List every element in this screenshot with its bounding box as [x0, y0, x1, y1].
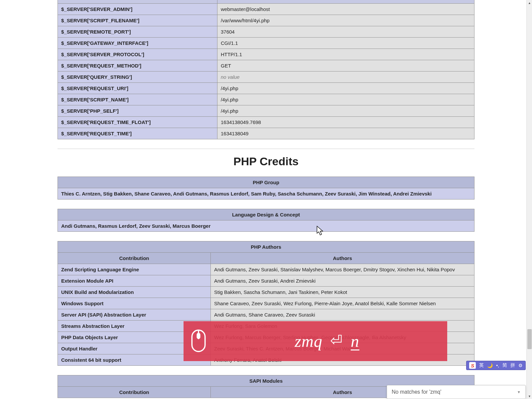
server-var-value: CGI/1.1	[217, 38, 474, 49]
language-design-title: Language Design & Concept	[58, 209, 474, 220]
php-group-title: PHP Group	[58, 177, 474, 188]
server-var-name: $_SERVER['GATEWAY_INTERFACE']	[58, 38, 217, 49]
table-row: Server API (SAPI) Abstraction LayerAndi …	[58, 309, 474, 321]
server-var-name: $_SERVER['REQUEST_TIME']	[58, 128, 217, 139]
table-row: $_SERVER['GATEWAY_INTERFACE']CGI/1.1	[58, 38, 474, 49]
authors-list: Shane Caraveo, Zeev Suraski, Wez Furlong…	[211, 298, 474, 309]
table-row: Extension Module APIAndi Gutmans, Zeev S…	[58, 275, 474, 287]
overlay-n: n	[351, 332, 359, 350]
server-var-value: HTTP/1.1	[217, 49, 474, 60]
contribution-name: Server API (SAPI) Abstraction Layer	[58, 309, 211, 321]
php-authors-title: PHP Authors	[58, 241, 474, 253]
server-var-value: 1634138049.7698	[217, 117, 474, 128]
server-var-name: $_SERVER['REQUEST_URI']	[58, 83, 217, 94]
server-var-name: $_SERVER['QUERY_STRING']	[58, 71, 217, 83]
ime-no-match-msg: No matches for 'zmq'	[392, 389, 441, 395]
ime-jian[interactable]: 简	[502, 362, 507, 368]
authors-list: Andi Gutmans, Shane Caraveo, Zeev Surask…	[211, 309, 474, 321]
server-var-name: $_SERVER['REQUEST_TIME_FLOAT']	[58, 117, 217, 128]
vertical-scrollbar[interactable]: ▲ ▼	[526, 0, 532, 399]
server-var-name: $_SERVER['PHP_SELF']	[58, 105, 217, 117]
table-row: $_SERVER['SERVER_ADMIN']webmaster@localh…	[58, 4, 474, 15]
table-row: $_SERVER['SERVER_PROTOCOL']HTTP/1.1	[58, 49, 474, 60]
server-var-value: /4yi.php	[217, 94, 474, 105]
ime-punct-icon[interactable]: •,	[496, 363, 499, 368]
php-credits-heading: PHP Credits	[58, 155, 474, 168]
language-design-members: Andi Gutmans, Rasmus Lerdorf, Zeev Suras…	[58, 220, 474, 232]
server-var-name: $_SERVER['SCRIPT_NAME']	[58, 94, 217, 105]
gear-icon[interactable]: ⚙	[518, 363, 523, 368]
overlay-zmq: zmq	[295, 332, 323, 350]
table-row: $_SERVER['QUERY_STRING']no value	[58, 71, 474, 83]
authors-list: Andi Gutmans, Zeev Suraski, Andrei Zmiev…	[211, 275, 474, 287]
svg-rect-2	[197, 333, 200, 338]
ime-lang[interactable]: 英	[479, 362, 484, 368]
table-row: Zend Scripting Language EngineAndi Gutma…	[58, 264, 474, 275]
server-var-value: 1634138049	[217, 128, 474, 139]
divider	[58, 149, 474, 149]
contribution-name: Windows Support	[58, 298, 211, 309]
col-authors: Authors	[211, 253, 474, 264]
php-group-members: Thies C. Arntzen, Stig Bakken, Shane Car…	[58, 188, 474, 200]
scroll-up-icon[interactable]: ▲	[527, 0, 532, 6]
col-contribution: Contribution	[58, 253, 211, 264]
col-variable: Variable	[58, 0, 217, 4]
server-var-value: /var/www/html/4yi.php	[217, 15, 474, 26]
contribution-name: UNIX Build and Modularization	[58, 287, 211, 298]
sogou-logo-icon[interactable]: S	[469, 362, 476, 369]
authors-list: Stig Bakken, Sascha Schumann, Jani Taski…	[211, 287, 474, 298]
sapi-col-contribution: Contribution	[58, 387, 211, 398]
server-var-value: GET	[217, 60, 474, 71]
table-row: UNIX Build and ModularizationStig Bakken…	[58, 287, 474, 298]
ime-pin[interactable]: 拼	[510, 362, 515, 368]
server-var-value: /4yi.php	[217, 83, 474, 94]
server-var-name: $_SERVER['SERVER_ADMIN']	[58, 4, 217, 15]
keystroke-overlay: zmq ⏎ n	[184, 321, 447, 361]
server-var-value: no value	[217, 71, 474, 83]
ime-candidate-popup[interactable]: No matches for 'zmq' ▼	[387, 385, 526, 399]
table-row: $_SERVER['SCRIPT_FILENAME']/var/www/html…	[58, 15, 474, 26]
server-var-value: webmaster@localhost	[217, 4, 474, 15]
server-var-name: $_SERVER['SCRIPT_FILENAME']	[58, 15, 217, 26]
contribution-name: Zend Scripting Language Engine	[58, 264, 211, 275]
mouse-icon	[190, 329, 207, 354]
table-row: $_SERVER['REQUEST_TIME']1634138049	[58, 128, 474, 139]
ime-toolbar[interactable]: S 英 🌙 •, 简 拼 ⚙	[466, 361, 526, 370]
server-var-name: $_SERVER['REQUEST_METHOD']	[58, 60, 217, 71]
contribution-name: Extension Module API	[58, 275, 211, 287]
moon-icon[interactable]: 🌙	[487, 363, 493, 368]
col-value: Value	[217, 0, 474, 4]
table-row: $_SERVER['REMOTE_PORT']37604	[58, 26, 474, 38]
server-vars-table: Variable Value $_SERVER['SERVER_ADMIN']w…	[58, 0, 474, 139]
scrollbar-thumb[interactable]	[527, 329, 532, 349]
server-var-name: $_SERVER['SERVER_PROTOCOL']	[58, 49, 217, 60]
table-row: $_SERVER['PHP_SELF']/4yi.php	[58, 105, 474, 117]
server-var-value: 37604	[217, 26, 474, 38]
enter-key-icon: ⏎	[330, 332, 343, 349]
table-row: $_SERVER['REQUEST_METHOD']GET	[58, 60, 474, 71]
table-row: Windows SupportShane Caraveo, Zeev Suras…	[58, 298, 474, 309]
scroll-down-icon[interactable]: ▼	[527, 393, 532, 399]
table-row: $_SERVER['REQUEST_URI']/4yi.php	[58, 83, 474, 94]
php-group-table: PHP Group Thies C. Arntzen, Stig Bakken,…	[58, 177, 474, 200]
table-row: $_SERVER['REQUEST_TIME_FLOAT']1634138049…	[58, 117, 474, 128]
chevron-down-icon[interactable]: ▼	[517, 390, 521, 394]
server-var-value: /4yi.php	[217, 105, 474, 117]
language-design-table: Language Design & Concept Andi Gutmans, …	[58, 209, 474, 232]
authors-list: Andi Gutmans, Zeev Suraski, Stanislav Ma…	[211, 264, 474, 275]
server-var-name: $_SERVER['REMOTE_PORT']	[58, 26, 217, 38]
table-row: $_SERVER['SCRIPT_NAME']/4yi.php	[58, 94, 474, 105]
